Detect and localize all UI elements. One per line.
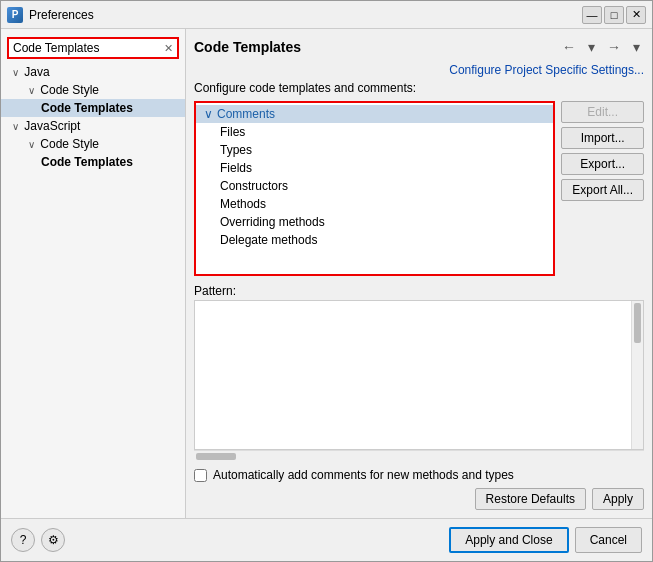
pattern-area bbox=[194, 300, 644, 450]
content-area: ✕ ∨ Java ∨ Code Style Code Templates ∨ J… bbox=[1, 29, 652, 518]
footer: ? ⚙ Apply and Close Cancel bbox=[1, 518, 652, 561]
tree-item-constructors-label: Constructors bbox=[220, 179, 288, 193]
export-all-button[interactable]: Export All... bbox=[561, 179, 644, 201]
tree-item-overriding-label: Overriding methods bbox=[220, 215, 325, 229]
sidebar-item-javascript[interactable]: ∨ JavaScript bbox=[1, 117, 185, 135]
close-button[interactable]: ✕ bbox=[626, 6, 646, 24]
sidebar-item-java-codestyle[interactable]: ∨ Code Style bbox=[1, 81, 185, 99]
preferences-window: P Preferences — □ ✕ ✕ ∨ Java ∨ Code Styl… bbox=[0, 0, 653, 562]
sidebar-item-javascript-label: JavaScript bbox=[24, 119, 80, 133]
sidebar-item-java-codetemplates[interactable]: Code Templates bbox=[1, 99, 185, 117]
window-title: Preferences bbox=[29, 8, 582, 22]
auto-comments-row: Automatically add comments for new metho… bbox=[194, 468, 644, 482]
tree-item-delegate-label: Delegate methods bbox=[220, 233, 317, 247]
tree-item-comments[interactable]: ∨ Comments bbox=[196, 105, 553, 123]
sidebar-item-js-codetemplates[interactable]: Code Templates bbox=[1, 153, 185, 171]
middle-area: ∨ Comments Files Types Fields Constructo… bbox=[194, 101, 644, 276]
auto-comments-checkbox[interactable] bbox=[194, 469, 207, 482]
tree-item-comments-label: Comments bbox=[217, 107, 275, 121]
panel-title: Code Templates bbox=[194, 39, 301, 55]
cancel-button[interactable]: Cancel bbox=[575, 527, 642, 553]
expand-java-codestyle-icon: ∨ bbox=[25, 85, 37, 96]
code-templates-tree: ∨ Comments Files Types Fields Constructo… bbox=[194, 101, 555, 276]
sidebar-item-java[interactable]: ∨ Java bbox=[1, 63, 185, 81]
sidebar-item-java-codestyle-label: Code Style bbox=[40, 83, 99, 97]
footer-right: Apply and Close Cancel bbox=[449, 527, 642, 553]
tree-item-types[interactable]: Types bbox=[196, 141, 553, 159]
pattern-scrollbar-h[interactable] bbox=[194, 450, 644, 462]
title-bar: P Preferences — □ ✕ bbox=[1, 1, 652, 29]
tree-item-methods-label: Methods bbox=[220, 197, 266, 211]
pattern-scrollbar-v[interactable] bbox=[631, 301, 643, 449]
tree-item-fields-label: Fields bbox=[220, 161, 252, 175]
description-bar: Configure code templates and comments: bbox=[194, 81, 644, 95]
expand-java-icon: ∨ bbox=[9, 67, 21, 78]
scrollbar-thumb-h bbox=[196, 453, 236, 460]
expand-comments-icon: ∨ bbox=[204, 107, 213, 121]
tree-item-overriding-methods[interactable]: Overriding methods bbox=[196, 213, 553, 231]
edit-button[interactable]: Edit... bbox=[561, 101, 644, 123]
description-text: Configure code templates and comments: bbox=[194, 81, 416, 95]
expand-js-codestyle-icon: ∨ bbox=[25, 139, 37, 150]
sidebar: ✕ ∨ Java ∨ Code Style Code Templates ∨ J… bbox=[1, 29, 186, 518]
tree-item-fields[interactable]: Fields bbox=[196, 159, 553, 177]
nav-dropdown-button[interactable]: ▾ bbox=[584, 37, 599, 57]
auto-comments-label: Automatically add comments for new metho… bbox=[213, 468, 514, 482]
import-button[interactable]: Import... bbox=[561, 127, 644, 149]
nav-forward-button[interactable]: → bbox=[603, 37, 625, 57]
apply-close-button[interactable]: Apply and Close bbox=[449, 527, 568, 553]
tree-item-methods[interactable]: Methods bbox=[196, 195, 553, 213]
footer-left: ? ⚙ bbox=[11, 528, 65, 552]
sidebar-item-js-codestyle[interactable]: ∨ Code Style bbox=[1, 135, 185, 153]
export-button[interactable]: Export... bbox=[561, 153, 644, 175]
panel-header: Code Templates ← ▾ → ▾ bbox=[194, 37, 644, 57]
configure-project-link[interactable]: Configure Project Specific Settings... bbox=[449, 63, 644, 77]
restore-defaults-button[interactable]: Restore Defaults bbox=[475, 488, 586, 510]
nav-back-button[interactable]: ← bbox=[558, 37, 580, 57]
sidebar-item-js-codetemplates-label: Code Templates bbox=[41, 155, 133, 169]
sidebar-item-js-codestyle-label: Code Style bbox=[40, 137, 99, 151]
tree-item-types-label: Types bbox=[220, 143, 252, 157]
tree-item-constructors[interactable]: Constructors bbox=[196, 177, 553, 195]
search-input[interactable] bbox=[13, 41, 164, 55]
expand-javascript-icon: ∨ bbox=[9, 121, 21, 132]
bottom-buttons: Restore Defaults Apply bbox=[194, 488, 644, 510]
pattern-section: Pattern: bbox=[194, 284, 644, 462]
sidebar-search-box[interactable]: ✕ bbox=[7, 37, 179, 59]
action-buttons: Edit... Import... Export... Export All..… bbox=[561, 101, 644, 276]
main-panel: Code Templates ← ▾ → ▾ Configure Project… bbox=[186, 29, 652, 518]
scrollbar-thumb-v bbox=[634, 303, 641, 343]
nav-forward-dropdown-button[interactable]: ▾ bbox=[629, 37, 644, 57]
maximize-button[interactable]: □ bbox=[604, 6, 624, 24]
window-controls: — □ ✕ bbox=[582, 6, 646, 24]
sidebar-item-java-label: Java bbox=[24, 65, 49, 79]
apply-button[interactable]: Apply bbox=[592, 488, 644, 510]
app-icon: P bbox=[7, 7, 23, 23]
pattern-label: Pattern: bbox=[194, 284, 644, 298]
help-button[interactable]: ? bbox=[11, 528, 35, 552]
sidebar-item-java-codetemplates-label: Code Templates bbox=[41, 101, 133, 115]
tree-item-files-label: Files bbox=[220, 125, 245, 139]
settings-button[interactable]: ⚙ bbox=[41, 528, 65, 552]
tree-item-delegate-methods[interactable]: Delegate methods bbox=[196, 231, 553, 249]
panel-nav: ← ▾ → ▾ bbox=[558, 37, 644, 57]
minimize-button[interactable]: — bbox=[582, 6, 602, 24]
tree-item-files[interactable]: Files bbox=[196, 123, 553, 141]
search-clear-icon[interactable]: ✕ bbox=[164, 42, 173, 55]
pattern-textarea[interactable] bbox=[195, 301, 631, 449]
